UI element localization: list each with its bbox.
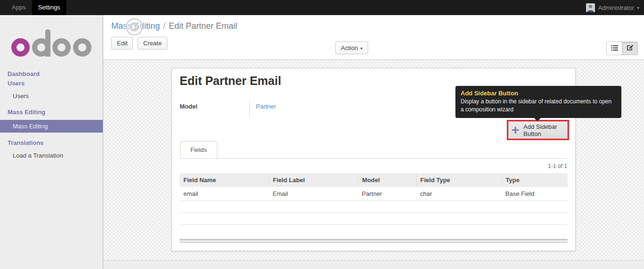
empty-row xyxy=(180,213,568,225)
chevron-down-icon: ▾ xyxy=(360,46,363,51)
form-edit-icon xyxy=(627,44,634,53)
breadcrumb-separator: / xyxy=(163,21,165,31)
tooltip: Add Sidebar Button Display a button in t… xyxy=(455,86,621,118)
cell-field-name: email xyxy=(180,187,269,201)
sidebar-nav: Dashboard Users Users Mass Editing Mass … xyxy=(0,69,103,161)
odoo-logo xyxy=(11,29,91,57)
sidebar-item-mass-editing[interactable]: Mass Editing xyxy=(0,120,103,133)
record-title: Edit Partner Email xyxy=(180,72,281,89)
odoo-logo-o1 xyxy=(11,38,30,57)
cell-model: Partner xyxy=(358,187,416,201)
loading-spinner-icon xyxy=(126,18,143,35)
control-panel: Mass Editing/Edit Partner Email Edit Cre… xyxy=(103,15,644,60)
model-field-group: Model Partner xyxy=(180,100,276,117)
edit-button[interactable]: Edit xyxy=(111,37,133,50)
chevron-down-icon: ▾ xyxy=(637,5,639,10)
form-view-content: Edit Partner Email Model Partner Add Sid… xyxy=(103,60,644,260)
plus-icon: + xyxy=(512,124,519,136)
sidebar-item-load-a-translation[interactable]: Load a Translation xyxy=(0,150,103,161)
sidebar-heading-dashboard[interactable]: Dashboard xyxy=(0,69,103,79)
list-view-button[interactable] xyxy=(606,42,622,55)
sidebar-heading-translations[interactable]: Translations xyxy=(0,138,103,148)
notebook: Fields 1-1 of 1 Field Name Field Label M… xyxy=(180,141,568,243)
user-menu[interactable]: Administrator ▾ xyxy=(586,0,639,15)
form-view-button[interactable] xyxy=(622,42,638,55)
horizontal-scrollbar[interactable] xyxy=(180,239,568,243)
pager[interactable]: 1-1 of 1 xyxy=(180,163,567,169)
view-switcher xyxy=(606,42,638,55)
topbar: Apps Settings Administrator ▾ xyxy=(0,0,644,15)
tooltip-arrow xyxy=(534,118,541,121)
column-header-type[interactable]: Type xyxy=(502,173,568,187)
model-field-label: Model xyxy=(180,100,250,117)
tab-strip: Fields xyxy=(180,141,568,159)
action-label: Action xyxy=(341,44,358,51)
action-dropdown-button[interactable]: Action▾ xyxy=(335,42,368,54)
column-header-field-label[interactable]: Field Label xyxy=(269,173,358,187)
model-field-value-link[interactable]: Partner xyxy=(256,103,276,110)
sidebar-heading-users[interactable]: Users xyxy=(0,79,103,88)
menu-apps[interactable]: Apps xyxy=(6,0,32,15)
list-icon xyxy=(611,44,618,53)
topbar-menu: Apps Settings xyxy=(6,0,66,15)
sidebar-item-users[interactable]: Users xyxy=(0,90,103,102)
sidebar: Dashboard Users Users Mass Editing Mass … xyxy=(0,15,103,269)
cell-type: Base Field xyxy=(502,187,568,201)
add-sidebar-button[interactable]: + Add Sidebar Button xyxy=(507,120,569,140)
table-header-row: Field Name Field Label Model Field Type … xyxy=(180,173,568,187)
add-sidebar-button-label: Add Sidebar Button xyxy=(523,123,563,137)
breadcrumb-current: Edit Partner Email xyxy=(169,21,237,31)
column-header-field-type[interactable]: Field Type xyxy=(416,173,502,187)
footer-strip xyxy=(103,260,644,269)
tooltip-title: Add Sidebar Button xyxy=(461,89,616,97)
user-name: Administrator xyxy=(598,4,634,11)
button-row: Edit Create xyxy=(111,37,644,50)
cell-field-label: Email xyxy=(269,187,358,201)
table-row[interactable]: email Email Partner char Base Field xyxy=(180,187,568,201)
main-row: Dashboard Users Users Mass Editing Mass … xyxy=(0,15,644,269)
column-header-model[interactable]: Model xyxy=(358,173,416,187)
tooltip-body: Display a button in the sidebar of relat… xyxy=(461,98,616,114)
odoo-logo-o2 xyxy=(52,38,71,57)
user-avatar-icon xyxy=(586,3,595,12)
fields-table: Field Name Field Label Model Field Type … xyxy=(180,173,568,225)
empty-row xyxy=(180,201,568,213)
main-area: Mass Editing/Edit Partner Email Edit Cre… xyxy=(103,15,644,269)
odoo-logo-d xyxy=(32,38,50,57)
menu-settings[interactable]: Settings xyxy=(32,0,66,15)
odoo-logo-o3 xyxy=(73,38,91,57)
column-header-field-name[interactable]: Field Name xyxy=(180,173,269,187)
breadcrumb: Mass Editing/Edit Partner Email xyxy=(111,21,644,31)
cell-field-type: char xyxy=(416,187,502,201)
form-sheet: Edit Partner Email Model Partner Add Sid… xyxy=(172,68,576,251)
tab-fields[interactable]: Fields xyxy=(180,141,217,158)
create-button[interactable]: Create xyxy=(138,37,167,50)
sidebar-heading-mass-editing[interactable]: Mass Editing xyxy=(0,108,103,117)
